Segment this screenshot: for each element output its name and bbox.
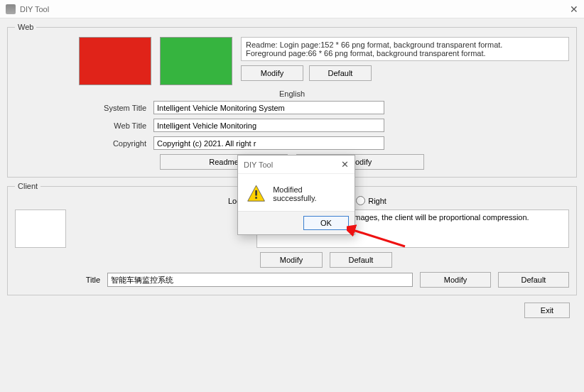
login-logo-swatch[interactable] xyxy=(79,37,151,85)
success-dialog: DIY Tool ✕ Modified successfully. OK xyxy=(237,155,355,235)
window-title: DIY Tool xyxy=(20,5,49,13)
window-titlebar: DIY Tool ✕ xyxy=(0,0,584,18)
client-logo-modify-button[interactable]: Modify xyxy=(260,252,323,268)
web-readme-text: Readme: Login page:152 * 66 png format, … xyxy=(241,37,569,61)
dialog-close-icon[interactable]: ✕ xyxy=(341,159,349,170)
web-title-label: Web Title xyxy=(15,121,153,130)
web-logo-modify-button[interactable]: Modify xyxy=(241,65,303,81)
app-icon xyxy=(6,4,16,14)
dialog-title: DIY Tool xyxy=(244,160,273,169)
client-legend: Client xyxy=(15,182,40,190)
system-title-input[interactable] xyxy=(153,101,384,114)
dialog-message: Modified successfully. xyxy=(273,185,346,202)
client-logo-preview[interactable] xyxy=(15,209,66,248)
client-title-default-button[interactable]: Default xyxy=(498,272,569,288)
web-title-input[interactable] xyxy=(153,119,384,132)
system-title-label: System Title xyxy=(15,104,153,112)
web-legend: Web xyxy=(15,23,36,31)
foreground-logo-swatch[interactable] xyxy=(160,37,232,85)
window-close-icon[interactable]: ✕ xyxy=(570,4,578,15)
language-header: English xyxy=(15,89,569,98)
client-title-modify-button[interactable]: Modify xyxy=(420,272,491,288)
client-title-input[interactable] xyxy=(107,273,413,287)
copyright-label: Copyright xyxy=(15,139,153,148)
dialog-ok-button[interactable]: OK xyxy=(303,216,349,230)
client-title-label: Title xyxy=(15,276,100,284)
svg-rect-2 xyxy=(255,197,257,199)
client-logo-default-button[interactable]: Default xyxy=(330,252,392,268)
copyright-input[interactable] xyxy=(153,136,384,150)
logo-right-radio[interactable]: Right xyxy=(356,196,386,205)
warning-icon xyxy=(247,184,266,204)
web-logo-default-button[interactable]: Default xyxy=(309,65,372,81)
svg-rect-1 xyxy=(255,190,257,196)
exit-button[interactable]: Exit xyxy=(524,303,570,318)
